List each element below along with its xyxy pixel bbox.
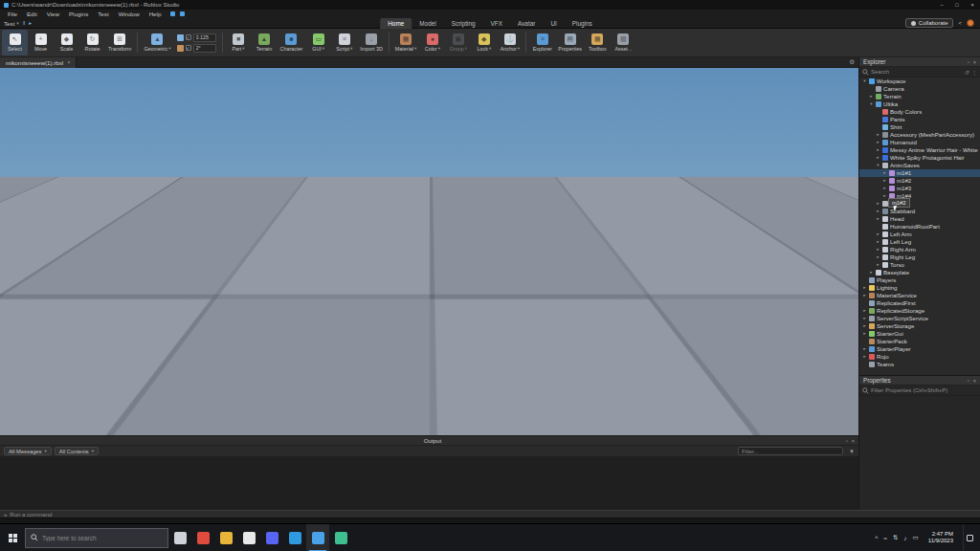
tree-expand-arrow[interactable]: ▸: [862, 353, 867, 361]
tree-item-replicatedfirst[interactable]: ReplicatedFirst: [859, 299, 980, 307]
play-icon[interactable]: ▸: [29, 20, 32, 26]
float-panel-icon[interactable]: ▫: [968, 378, 969, 384]
tree-expand-arrow[interactable]: ▸: [882, 169, 887, 177]
tree-expand-arrow[interactable]: ▾: [876, 162, 880, 169]
tree-item-teams[interactable]: Teams: [859, 361, 980, 368]
tree-expand-arrow[interactable]: ▸: [882, 185, 887, 192]
tab-plugins[interactable]: Plugins: [565, 18, 600, 29]
plugin-icon[interactable]: [180, 11, 185, 16]
tree-expand-arrow[interactable]: ▸: [876, 208, 880, 215]
move-tool-button[interactable]: + Move ▾: [28, 30, 54, 55]
tree-item-m1-2[interactable]: ▸ m1#2: [859, 177, 980, 185]
pause-icon[interactable]: ‖: [23, 20, 25, 26]
taskbar-search-input[interactable]: [42, 535, 163, 541]
menu-help[interactable]: Help: [145, 10, 167, 18]
toolbox-button[interactable]: ▦ Toolbox ▾: [585, 30, 611, 55]
roblox-studio-icon[interactable]: [306, 524, 329, 551]
tree-expand-arrow[interactable]: ▸: [876, 253, 880, 261]
tree-expand-arrow[interactable]: ▸: [862, 322, 867, 330]
explorer-search-input[interactable]: [871, 68, 963, 77]
close-panel-icon[interactable]: ×: [852, 438, 855, 444]
tree-item-serverscriptservice[interactable]: ▸ ServerScriptService: [859, 315, 980, 322]
onedrive-icon[interactable]: ≈: [883, 535, 887, 541]
volume-icon[interactable]: ♪: [903, 535, 906, 541]
move-snap-input[interactable]: [193, 33, 216, 42]
tree-item-camera[interactable]: Camera: [859, 85, 980, 93]
taskbar-clock[interactable]: 2:47 PM 11/9/2023: [924, 531, 957, 544]
file-explorer-icon[interactable]: [214, 524, 237, 551]
task-view-icon[interactable]: [168, 524, 191, 551]
tree-expand-arrow[interactable]: ▸: [876, 246, 880, 253]
action-center-button[interactable]: [963, 524, 976, 551]
tree-item-starterplayer[interactable]: ▸ StarterPlayer: [859, 345, 980, 353]
float-panel-icon[interactable]: ▫: [968, 59, 969, 65]
menu-window[interactable]: Window: [114, 10, 145, 18]
document-tab[interactable]: mikomisneeew(1).rbxl ×: [0, 57, 77, 68]
tree-expand-arrow[interactable]: ▸: [862, 284, 867, 292]
tree-item-left-arm[interactable]: ▸ Left Arm: [859, 231, 980, 238]
close-panel-icon[interactable]: ×: [973, 378, 976, 384]
geometric-mode-button[interactable]: ▲ Geometric ▾: [141, 30, 173, 55]
more-options-icon[interactable]: ⋮: [971, 69, 977, 76]
minimize-button[interactable]: –: [934, 0, 949, 10]
vscode-icon[interactable]: [283, 524, 306, 551]
tab-home[interactable]: Home: [380, 18, 412, 29]
tree-item-baseplate[interactable]: ▸ Baseplate: [859, 269, 980, 276]
notepad-icon[interactable]: [237, 524, 260, 551]
message-filter-dropdown[interactable]: All Messages ▾: [4, 447, 52, 455]
tree-item-materialservice[interactable]: ▸ MaterialService: [859, 292, 980, 299]
tree-expand-arrow[interactable]: ▸: [876, 146, 880, 154]
tree-expand-arrow[interactable]: ▾: [869, 100, 874, 108]
rotate-snap-input[interactable]: [193, 44, 216, 53]
rotate-snap-checkbox[interactable]: ✓: [186, 45, 191, 51]
browser-icon[interactable]: [191, 524, 214, 551]
tree-item-white-spiky-protagonist-hair[interactable]: ▸ White Spiky Protagonist Hair: [859, 154, 980, 162]
tree-item-left-leg[interactable]: ▸ Left Leg: [859, 238, 980, 246]
tree-expand-arrow[interactable]: ▸: [862, 330, 867, 338]
tree-item-m1-4[interactable]: ▸ m1#4: [859, 192, 980, 200]
tab-vfx[interactable]: VFX: [483, 18, 510, 29]
select-tool-button[interactable]: ↖ Select ▾: [2, 30, 28, 55]
tree-item-replicatedstorage[interactable]: ▸ ReplicatedStorage: [859, 307, 980, 315]
plugin-icon[interactable]: [170, 11, 175, 16]
material-button[interactable]: ▦ Material ▾: [392, 30, 419, 55]
tree-item-ultika[interactable]: ▾ Ultika: [859, 100, 980, 108]
tree-item-animsaves[interactable]: ▾ AnimSaves: [859, 162, 980, 169]
tree-item-serverstorage[interactable]: ▸ ServerStorage: [859, 322, 980, 330]
tree-item-lighting[interactable]: ▸ Lighting: [859, 284, 980, 292]
properties-filter-input[interactable]: [871, 386, 977, 395]
color-button[interactable]: ● Color ▾: [419, 30, 445, 55]
tree-item-startergui[interactable]: ▸ StarterGui: [859, 330, 980, 338]
script-button[interactable]: ≡ Script ▾: [331, 30, 357, 55]
transform-tool-button[interactable]: ⊞ Transform ▾: [105, 30, 134, 55]
tree-expand-arrow[interactable]: ▸: [876, 215, 880, 223]
anchor-button[interactable]: ⚓ Anchor ▾: [497, 30, 523, 55]
menu-plugins[interactable]: Plugins: [64, 10, 93, 18]
test-mode-dropdown[interactable]: Test ▾: [4, 20, 19, 27]
tree-item-model[interactable]: ▸ Model: [859, 200, 980, 208]
group-button[interactable]: ▣ Group ▾: [445, 30, 471, 55]
asset-manager-button[interactable]: ▧ Asset... ▾: [611, 30, 636, 55]
tab-ui[interactable]: UI: [543, 18, 564, 29]
whatsapp-icon[interactable]: [329, 524, 352, 551]
tree-expand-arrow[interactable]: ▸: [862, 315, 867, 322]
tree-item-right-leg[interactable]: ▸ Right Leg: [859, 253, 980, 261]
viewport-settings-gear-icon[interactable]: ⚙: [849, 58, 855, 66]
chevron-up-icon[interactable]: ^: [875, 535, 878, 541]
tree-expand-arrow[interactable]: ▸: [876, 261, 880, 269]
tree-expand-arrow[interactable]: ▸: [882, 192, 887, 200]
tab-scripting[interactable]: Scripting: [444, 18, 483, 29]
start-button[interactable]: [0, 524, 25, 551]
tree-item-terrain[interactable]: ▸ Terrain: [859, 93, 980, 100]
close-tab-icon[interactable]: ×: [67, 59, 70, 65]
tree-expand-arrow[interactable]: ▸: [876, 154, 880, 162]
share-icon[interactable]: <: [958, 20, 962, 26]
tree-item-head[interactable]: ▸ Head: [859, 215, 980, 223]
discord-icon[interactable]: [260, 524, 283, 551]
float-panel-icon[interactable]: ▫: [846, 438, 848, 444]
close-button[interactable]: ×: [965, 0, 980, 10]
command-bar-input[interactable]: [10, 511, 976, 518]
explorer-button[interactable]: ≡ Explorer ▾: [529, 30, 555, 55]
history-icon[interactable]: ↺: [965, 69, 969, 76]
tree-expand-arrow[interactable]: ▸: [882, 177, 887, 185]
